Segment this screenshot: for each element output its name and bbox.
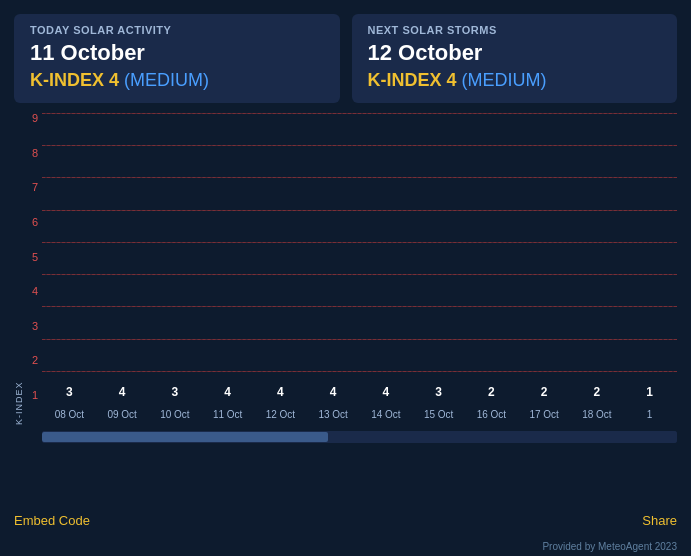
- bar-value-2: 3: [172, 385, 179, 399]
- next-kindex-label: K-INDEX 4: [368, 70, 457, 90]
- x-label-7: 15 Oct: [415, 409, 462, 420]
- embed-code-link[interactable]: Embed Code: [14, 513, 90, 528]
- x-label-9: 17 Oct: [521, 409, 568, 420]
- today-kindex-level-text: (MEDIUM): [124, 70, 209, 90]
- bar-value-0: 3: [66, 385, 73, 399]
- x-label-11: 1: [626, 409, 673, 420]
- scrollbar-container[interactable]: [42, 431, 677, 443]
- today-kindex: K-INDEX 4 (MEDIUM): [30, 70, 324, 91]
- y-axis-label-8: 8: [14, 148, 42, 159]
- bar-value-8: 2: [488, 385, 495, 399]
- y-axis-label: K-INDEX: [14, 381, 24, 425]
- bar-value-5: 4: [330, 385, 337, 399]
- next-kindex: K-INDEX 4 (MEDIUM): [368, 70, 662, 91]
- y-axis-label-7: 7: [14, 182, 42, 193]
- x-label-0: 08 Oct: [46, 409, 93, 420]
- x-label-4: 12 Oct: [257, 409, 304, 420]
- top-cards: TODAY SOLAR ACTIVITY 11 October K-INDEX …: [0, 0, 691, 113]
- y-axis-label-2: 2: [14, 355, 42, 366]
- scrollbar-thumb[interactable]: [42, 432, 328, 442]
- chart-area: 123456789 343444432221 08 Oct09 Oct10 Oc…: [14, 113, 677, 443]
- bar-value-11: 1: [646, 385, 653, 399]
- provided-by: Provided by MeteoAgent 2023: [542, 541, 677, 552]
- y-axis-label-6: 6: [14, 217, 42, 228]
- bar-value-7: 3: [435, 385, 442, 399]
- today-subtitle: TODAY SOLAR ACTIVITY: [30, 24, 324, 36]
- today-kindex-label: K-INDEX 4: [30, 70, 119, 90]
- y-axis-label-4: 4: [14, 286, 42, 297]
- next-kindex-level: (MEDIUM): [462, 70, 547, 90]
- footer: Embed Code Share: [0, 503, 691, 534]
- y-axis-label-5: 5: [14, 252, 42, 263]
- bar-value-4: 4: [277, 385, 284, 399]
- next-date: 12 October: [368, 40, 662, 66]
- next-subtitle: NEXT SOLAR STORMS: [368, 24, 662, 36]
- x-label-6: 14 Oct: [363, 409, 410, 420]
- bar-value-3: 4: [224, 385, 231, 399]
- y-axis-label-9: 9: [14, 113, 42, 124]
- bar-value-6: 4: [383, 385, 390, 399]
- x-labels: 08 Oct09 Oct10 Oct11 Oct12 Oct13 Oct14 O…: [42, 403, 677, 425]
- scrollbar-track: [42, 431, 677, 443]
- y-axis-label-3: 3: [14, 321, 42, 332]
- bars-container: 343444432221: [42, 113, 677, 403]
- x-label-8: 16 Oct: [468, 409, 515, 420]
- x-label-10: 18 Oct: [574, 409, 621, 420]
- bar-value-1: 4: [119, 385, 126, 399]
- chart-inner: 343444432221: [42, 113, 677, 403]
- today-date: 11 October: [30, 40, 324, 66]
- x-label-3: 11 Oct: [204, 409, 251, 420]
- x-label-5: 13 Oct: [310, 409, 357, 420]
- share-link[interactable]: Share: [642, 513, 677, 528]
- next-kindex-level-text: (MEDIUM): [462, 70, 547, 90]
- bar-value-10: 2: [594, 385, 601, 399]
- x-label-1: 09 Oct: [99, 409, 146, 420]
- next-card: NEXT SOLAR STORMS 12 October K-INDEX 4 (…: [352, 14, 678, 103]
- y-axis: 123456789: [14, 113, 42, 403]
- bar-value-9: 2: [541, 385, 548, 399]
- today-card: TODAY SOLAR ACTIVITY 11 October K-INDEX …: [14, 14, 340, 103]
- x-label-2: 10 Oct: [152, 409, 199, 420]
